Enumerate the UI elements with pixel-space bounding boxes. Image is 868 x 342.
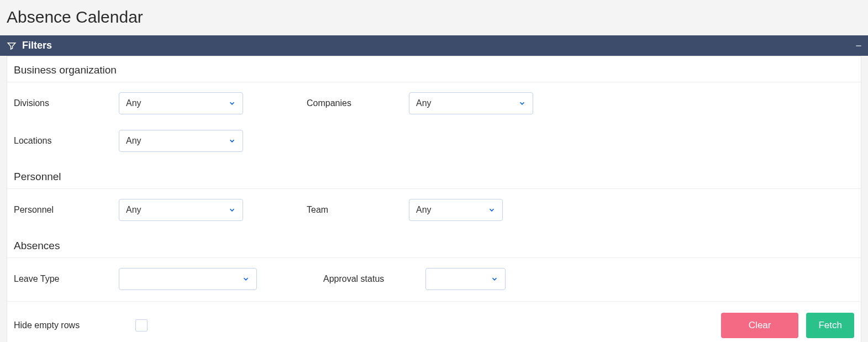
team-value: Any	[416, 205, 488, 215]
locations-label: Locations	[14, 136, 119, 146]
approval-status-select[interactable]	[425, 268, 506, 290]
personnel-select[interactable]: Any	[119, 199, 243, 221]
section-business-org: Business organization	[7, 56, 861, 82]
companies-value: Any	[416, 98, 518, 108]
hide-empty-rows-label: Hide empty rows	[14, 320, 135, 330]
filters-panel-header[interactable]: Filters	[0, 35, 868, 56]
footer-row: Hide empty rows Clear Fetch	[7, 301, 861, 342]
companies-label: Companies	[307, 98, 409, 108]
filters-label: Filters	[22, 40, 52, 51]
companies-select[interactable]: Any	[409, 92, 533, 114]
divisions-value: Any	[126, 98, 228, 108]
section-absences: Absences	[7, 232, 861, 258]
hide-empty-rows-checkbox[interactable]	[135, 319, 148, 332]
leave-type-label: Leave Type	[14, 274, 119, 284]
clear-button[interactable]: Clear	[721, 313, 799, 338]
fetch-button[interactable]: Fetch	[806, 313, 854, 338]
chevron-down-icon	[518, 99, 526, 107]
divisions-label: Divisions	[14, 98, 119, 108]
team-label: Team	[307, 205, 409, 215]
filters-panel: Business organization Divisions Any Comp…	[7, 56, 861, 342]
locations-select[interactable]: Any	[119, 130, 243, 152]
team-select[interactable]: Any	[409, 199, 503, 221]
chevron-down-icon	[228, 99, 236, 107]
chevron-down-icon	[491, 275, 498, 283]
collapse-icon[interactable]	[855, 42, 862, 50]
personnel-value: Any	[126, 205, 228, 215]
personnel-label: Personnel	[14, 205, 119, 215]
chevron-down-icon	[228, 206, 236, 214]
filter-icon	[7, 41, 17, 51]
divisions-select[interactable]: Any	[119, 92, 243, 114]
chevron-down-icon	[228, 137, 236, 145]
leave-type-select[interactable]	[119, 268, 257, 290]
chevron-down-icon	[488, 206, 496, 214]
locations-value: Any	[126, 136, 228, 146]
chevron-down-icon	[242, 275, 250, 283]
page-title: Absence Calendar	[0, 0, 868, 35]
approval-status-label: Approval status	[323, 274, 425, 284]
section-personnel: Personnel	[7, 163, 861, 189]
